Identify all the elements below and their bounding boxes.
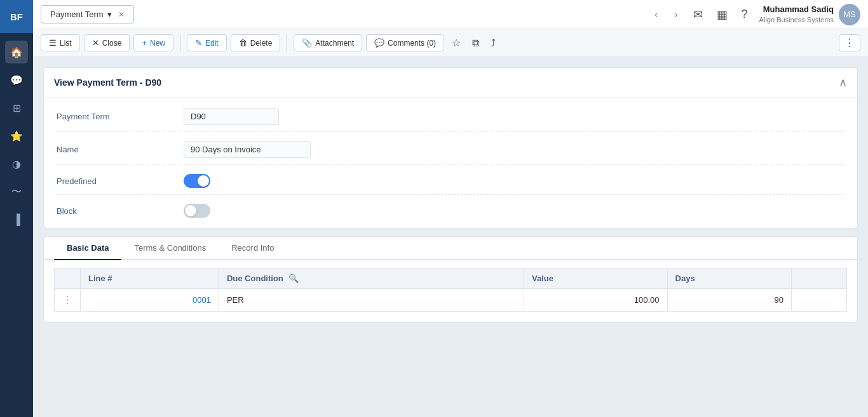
close-label: Close bbox=[102, 39, 122, 48]
block-label: Block bbox=[57, 206, 184, 216]
due-condition-label: Due Condition bbox=[227, 274, 283, 283]
terms-table: Line # Due Condition 🔍 Value Days bbox=[54, 268, 847, 312]
payment-term-value bbox=[184, 108, 844, 125]
name-value bbox=[184, 141, 844, 158]
predefined-value bbox=[184, 174, 844, 188]
list-button[interactable]: ☰ List bbox=[41, 34, 80, 51]
block-row: Block bbox=[57, 204, 844, 218]
card-header: View Payment Term - D90 ∧ bbox=[44, 68, 857, 98]
user-text: Muhammad Sadiq Align Business Systems bbox=[759, 4, 834, 24]
close-button[interactable]: ✕ Close bbox=[84, 34, 130, 51]
tab-record-info[interactable]: Record Info bbox=[219, 237, 287, 260]
name-row: Name bbox=[57, 141, 844, 165]
topbar: Payment Term ▾ ✕ ‹ › ✉ ▦ ? Muhammad Sadi… bbox=[33, 0, 868, 29]
predefined-label: Predefined bbox=[57, 176, 184, 186]
help-icon-button[interactable]: ? bbox=[739, 6, 750, 22]
card-title: View Payment Term - D90 bbox=[54, 77, 161, 88]
block-toggle[interactable] bbox=[184, 204, 210, 218]
card-body: Payment Term Name Predefined bbox=[44, 98, 857, 228]
list-label: List bbox=[60, 39, 72, 48]
app-logo[interactable]: BF bbox=[0, 0, 33, 33]
tab-payment-term[interactable]: Payment Term ▾ ✕ bbox=[41, 5, 134, 23]
tab-terms-conditions[interactable]: Terms & Conditions bbox=[121, 237, 219, 260]
payment-term-card: View Payment Term - D90 ∧ Payment Term N… bbox=[43, 67, 858, 228]
row-drag-handle[interactable]: ⋮ bbox=[62, 294, 72, 306]
payment-term-input[interactable] bbox=[184, 108, 279, 125]
tab-basic-data[interactable]: Basic Data bbox=[54, 237, 121, 260]
topbar-right: ‹ › ✉ ▦ ? Muhammad Sadiq Align Business … bbox=[651, 4, 860, 25]
due-condition-search-icon[interactable]: 🔍 bbox=[288, 274, 299, 283]
table-header-row: Line # Due Condition 🔍 Value Days bbox=[55, 268, 847, 289]
tab-dropdown-icon[interactable]: ▾ bbox=[107, 10, 112, 19]
nav-prev-button[interactable]: ‹ bbox=[651, 6, 661, 23]
action-cell bbox=[791, 289, 846, 312]
sidebar-home-icon[interactable]: 🏠 bbox=[5, 41, 28, 63]
line-cell[interactable]: 0001 bbox=[81, 289, 219, 312]
predefined-row: Predefined bbox=[57, 174, 844, 195]
table-row: ⋮ 0001 PER 100.00 90 bbox=[55, 289, 847, 312]
list-icon: ☰ bbox=[49, 38, 57, 48]
value-col-header: Value bbox=[524, 268, 668, 289]
edit-label: Edit bbox=[205, 39, 219, 48]
edit-button[interactable]: ✎ Edit bbox=[187, 34, 227, 51]
sidebar-activity-icon[interactable]: 〜 bbox=[5, 180, 28, 203]
value-cell: 100.00 bbox=[524, 289, 668, 312]
name-label: Name bbox=[57, 145, 184, 154]
avatar[interactable]: MS bbox=[839, 4, 860, 25]
separator-1 bbox=[180, 35, 180, 51]
tab-label: Payment Term bbox=[50, 10, 104, 19]
star-button[interactable]: ☆ bbox=[448, 34, 465, 51]
sidebar-bar-chart-icon[interactable]: ▐ bbox=[5, 208, 28, 231]
predefined-toggle[interactable] bbox=[184, 174, 210, 188]
share-button[interactable]: ⤴ bbox=[487, 35, 499, 51]
new-button[interactable]: + New bbox=[133, 34, 173, 51]
copy-button[interactable]: ⧉ bbox=[468, 35, 483, 51]
days-col-header: Days bbox=[667, 268, 791, 289]
comments-button[interactable]: 💬 Comments (0) bbox=[366, 34, 444, 51]
attachment-label: Attachment bbox=[315, 39, 354, 48]
delete-label: Delete bbox=[250, 39, 273, 48]
page-content: View Payment Term - D90 ∧ Payment Term N… bbox=[33, 57, 868, 417]
collapse-button[interactable]: ∧ bbox=[839, 76, 847, 89]
close-icon: ✕ bbox=[92, 38, 99, 48]
table-body: ⋮ 0001 PER 100.00 90 bbox=[55, 289, 847, 312]
user-company: Align Business Systems bbox=[759, 15, 834, 24]
stats-icon-button[interactable]: ▦ bbox=[714, 6, 730, 23]
sidebar-chart-icon[interactable]: ◑ bbox=[5, 152, 28, 175]
payment-term-row: Payment Term bbox=[57, 108, 844, 132]
handle-col-header bbox=[55, 268, 81, 289]
line-col-header: Line # bbox=[81, 268, 219, 289]
days-cell: 90 bbox=[667, 289, 791, 312]
attachment-button[interactable]: 📎 Attachment bbox=[294, 34, 362, 51]
sidebar-grid-icon[interactable]: ⊞ bbox=[5, 96, 28, 119]
name-input[interactable] bbox=[184, 141, 311, 158]
delete-button[interactable]: 🗑 Delete bbox=[231, 34, 281, 51]
block-value bbox=[184, 204, 844, 218]
table-container: Line # Due Condition 🔍 Value Days bbox=[44, 260, 857, 322]
sidebar-star-icon[interactable]: ⭐ bbox=[5, 124, 28, 147]
user-info[interactable]: Muhammad Sadiq Align Business Systems MS bbox=[759, 4, 860, 25]
attachment-icon: 📎 bbox=[302, 38, 312, 48]
table-header: Line # Due Condition 🔍 Value Days bbox=[55, 268, 847, 289]
main-area: Payment Term ▾ ✕ ‹ › ✉ ▦ ? Muhammad Sadi… bbox=[33, 0, 868, 417]
plus-icon: + bbox=[142, 38, 147, 48]
new-label: New bbox=[150, 39, 165, 48]
topbar-left: Payment Term ▾ ✕ bbox=[41, 5, 134, 23]
predefined-toggle-knob bbox=[198, 175, 209, 187]
trash-icon: 🗑 bbox=[239, 38, 247, 48]
tabs-card: Basic Data Terms & Conditions Record Inf… bbox=[43, 236, 858, 322]
user-name: Muhammad Sadiq bbox=[759, 4, 834, 15]
due-condition-cell: PER bbox=[219, 289, 524, 312]
sidebar: BF 🏠 💬 ⊞ ⭐ ◑ 〜 ▐ bbox=[0, 0, 33, 417]
nav-next-button[interactable]: › bbox=[670, 6, 681, 23]
comments-label: Comments (0) bbox=[388, 39, 436, 48]
comment-icon: 💬 bbox=[374, 38, 384, 48]
row-handle-cell: ⋮ bbox=[55, 289, 81, 312]
more-button[interactable]: ⋮ bbox=[839, 34, 860, 51]
payment-term-label: Payment Term bbox=[57, 112, 184, 121]
tabs: Basic Data Terms & Conditions Record Inf… bbox=[44, 237, 857, 260]
sidebar-chat-icon[interactable]: 💬 bbox=[5, 69, 28, 91]
toolbar: ☰ List ✕ Close + New ✎ Edit 🗑 Delete 📎 A… bbox=[33, 29, 868, 57]
tab-close-icon[interactable]: ✕ bbox=[118, 10, 125, 19]
email-icon-button[interactable]: ✉ bbox=[691, 6, 705, 23]
